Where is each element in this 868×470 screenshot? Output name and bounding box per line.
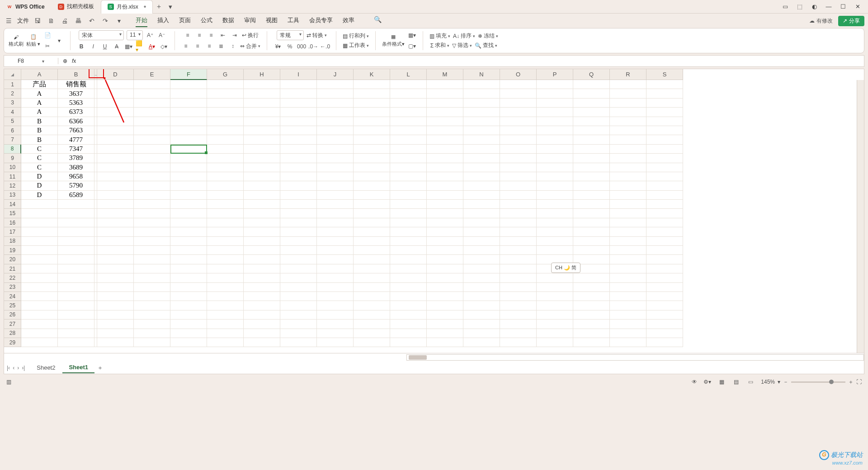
cell-R15[interactable] (610, 209, 646, 218)
cell-F28[interactable] (170, 329, 207, 338)
row-header-6[interactable]: 6 (4, 126, 21, 135)
select-all-corner[interactable]: ◢ (4, 69, 21, 80)
cell-O19[interactable] (500, 246, 537, 255)
cell-A16[interactable] (21, 218, 58, 227)
expand-fx-icon[interactable]: ⊕ (63, 58, 67, 64)
cell-H22[interactable] (244, 273, 280, 282)
cell-L14[interactable] (390, 200, 427, 209)
cell-R7[interactable] (610, 135, 646, 144)
add-sheet-button[interactable]: ＋ (95, 364, 104, 372)
cell-L19[interactable] (390, 246, 427, 255)
cell-J8[interactable] (317, 145, 354, 154)
cell-M28[interactable] (427, 329, 463, 338)
cell-H2[interactable] (244, 89, 280, 98)
cell-G23[interactable] (207, 283, 244, 292)
cell-K6[interactable] (354, 126, 390, 135)
cell-Q19[interactable] (573, 246, 610, 255)
cell-O22[interactable] (500, 273, 537, 282)
cell-Q7[interactable] (573, 135, 610, 144)
cell-M3[interactable] (427, 99, 463, 108)
row-header-3[interactable]: 3 (4, 99, 21, 108)
cell-S9[interactable] (646, 154, 683, 163)
search-icon[interactable]: 🔍 (373, 14, 382, 24)
cell-J4[interactable] (317, 108, 354, 117)
cell-K25[interactable] (354, 301, 390, 310)
cell-D21[interactable] (97, 264, 134, 273)
cell-N2[interactable] (463, 89, 500, 98)
cell-K28[interactable] (354, 329, 390, 338)
cell-D14[interactable] (97, 200, 134, 209)
cell-A13[interactable]: D (21, 191, 58, 200)
border-icon[interactable]: ▦▾ (124, 42, 133, 51)
cell-S21[interactable] (646, 264, 683, 273)
cell-P7[interactable] (537, 135, 573, 144)
minimize-button[interactable]: — (825, 3, 833, 11)
paste-button[interactable]: 📋 粘贴 ▾ (26, 34, 40, 47)
cell-F4[interactable] (170, 108, 207, 117)
cell-N22[interactable] (463, 273, 500, 282)
bold-icon[interactable]: B (77, 42, 86, 51)
cell-H19[interactable] (244, 246, 280, 255)
cell-R11[interactable] (610, 172, 646, 181)
cell-O29[interactable] (500, 338, 537, 347)
orientation-icon[interactable]: ↕ (228, 42, 237, 51)
cell-F2[interactable] (170, 89, 207, 98)
cell-R29[interactable] (610, 338, 646, 347)
cell-L8[interactable] (390, 145, 427, 154)
cell-D16[interactable] (97, 218, 134, 227)
cell-R25[interactable] (610, 301, 646, 310)
cell-B22[interactable] (58, 273, 94, 282)
rowcol-button[interactable]: ▤行和列▾ (343, 32, 369, 40)
cell-L28[interactable] (390, 329, 427, 338)
cell-F9[interactable] (170, 154, 207, 163)
cell-B12[interactable]: 5790 (58, 181, 94, 190)
cell-F11[interactable] (170, 172, 207, 181)
row-header-10[interactable]: 10 (4, 163, 21, 172)
horizontal-scrollbar[interactable] (406, 354, 864, 361)
maximize-button[interactable]: ☐ (839, 3, 847, 11)
cell-G18[interactable] (207, 237, 244, 246)
cell-R9[interactable] (610, 154, 646, 163)
cell-G3[interactable] (207, 99, 244, 108)
cell-H20[interactable] (244, 255, 280, 264)
cell-D15[interactable] (97, 209, 134, 218)
cell-M8[interactable] (427, 145, 463, 154)
row-header-12[interactable]: 12 (4, 181, 21, 190)
cell-B18[interactable] (58, 237, 94, 246)
worksheet-button[interactable]: ▦工作表▾ (343, 42, 369, 49)
fx-icon[interactable]: fx (72, 58, 76, 64)
row-header-17[interactable]: 17 (4, 227, 21, 236)
cell-H7[interactable] (244, 135, 280, 144)
spreadsheet-grid[interactable]: ◢ AB‥DEFGHIJKLMNOPQRS 123456789101112131… (4, 69, 864, 353)
cell-E23[interactable] (134, 283, 170, 292)
cell-O4[interactable] (500, 108, 537, 117)
cell-S5[interactable] (646, 117, 683, 126)
cell-I1[interactable] (280, 80, 317, 89)
gear-icon[interactable]: ⚙▾ (703, 379, 711, 385)
cell-B5[interactable]: 6366 (58, 117, 94, 126)
cell-B27[interactable] (58, 320, 94, 329)
row-header-4[interactable]: 4 (4, 108, 21, 117)
cell-M16[interactable] (427, 218, 463, 227)
cell-D28[interactable] (97, 329, 134, 338)
cell-O5[interactable] (500, 117, 537, 126)
cell-E27[interactable] (134, 320, 170, 329)
currency-icon[interactable]: ¥▾ (274, 42, 283, 51)
cell-S28[interactable] (646, 329, 683, 338)
cell-S20[interactable] (646, 255, 683, 264)
cell-O8[interactable] (500, 145, 537, 154)
cell-E20[interactable] (134, 255, 170, 264)
cell-B13[interactable]: 6589 (58, 191, 94, 200)
cell-B17[interactable] (58, 227, 94, 236)
row-header-2[interactable]: 2 (4, 89, 21, 98)
cell-N6[interactable] (463, 126, 500, 135)
cell-K8[interactable] (354, 145, 390, 154)
cell-I27[interactable] (280, 320, 317, 329)
cond-format-button[interactable]: ▦ 条件格式▾ (382, 34, 405, 47)
format-painter-button[interactable]: 🖌 格式刷 (9, 34, 24, 47)
cell-S17[interactable] (646, 227, 683, 236)
cell-A25[interactable] (21, 301, 58, 310)
undo-icon[interactable]: ↶ (87, 16, 97, 26)
cell-R13[interactable] (610, 191, 646, 200)
cell-I17[interactable] (280, 227, 317, 236)
